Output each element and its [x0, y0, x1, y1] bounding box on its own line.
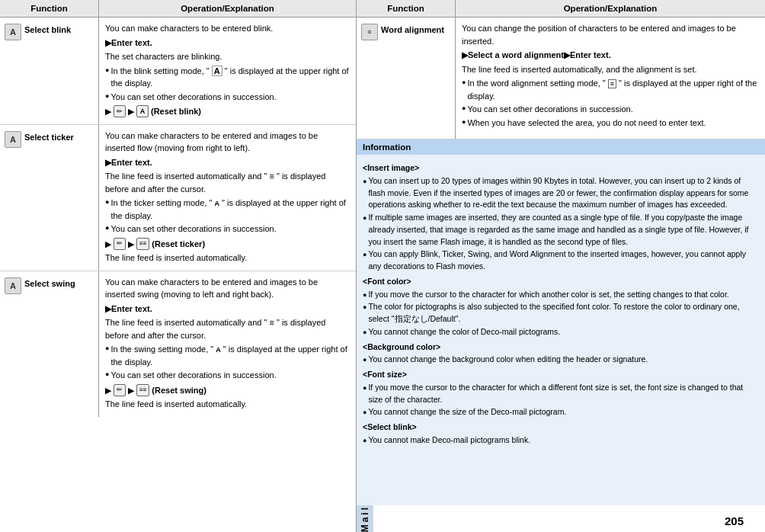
section-font-size: <Font size> [363, 369, 759, 381]
info-title: Information [363, 143, 411, 152]
left-panel: Function Operation/Explanation A Select … [0, 0, 357, 532]
section-insert-image: <Insert image> [363, 162, 759, 175]
section-background-color: <Background color> [363, 341, 759, 354]
blink-intro: You can make characters to be entered bl… [105, 22, 350, 35]
font-size-bullet-2: You cannot change the size of the Deco-m… [363, 406, 759, 418]
wa-step1: ▶Select a word alignment▶Enter text. [462, 49, 759, 62]
insert-image-bullet-3: You can apply Blink, Ticker, Swing, and … [363, 248, 759, 273]
row-word-alignment: ≡ Word alignment You can change the posi… [357, 18, 765, 139]
font-size-bullet-1: If you move the cursor to the character … [363, 382, 759, 406]
swing-bullet-1: In the swing setting mode, " A " is disp… [105, 343, 350, 368]
section-select-blink: <Select blink> [363, 421, 759, 434]
swing-bullet-2: You can set other decorations in success… [105, 369, 350, 382]
info-content: <Insert image> You can insert up to 20 t… [357, 155, 765, 505]
row-select-blink: A Select blink You can make characters t… [0, 18, 356, 125]
row-select-ticker: A Select ticker You can make characters … [0, 125, 356, 271]
ticker-pencil-icon: ✏ [114, 238, 126, 250]
info-box-header: Information [357, 139, 765, 155]
swing-action-note: The line feed is inserted automatically. [105, 398, 350, 411]
cell-function-blink: A Select blink [0, 18, 99, 124]
swing-action-line: ▶ ✏ ▶ ≡≡ (Reset swing) [105, 384, 350, 397]
cell-operation-ticker: You can make characters to be entered an… [99, 125, 356, 271]
right-operation-header: Operation/Explanation [456, 0, 765, 17]
right-content: Function Operation/Explanation ≡ Word al… [357, 0, 765, 505]
ticker-step1: ▶Enter text. [105, 156, 350, 169]
wa-bullet-3: When you have selected the area, you do … [462, 117, 759, 130]
font-color-bullet-2: The color for pictographs is also subjec… [363, 301, 759, 325]
right-table-header: Function Operation/Explanation [357, 0, 765, 18]
font-color-bullet-3: You cannot change the color of Deco-mail… [363, 326, 759, 338]
wa-intro: You can change the position of character… [462, 22, 759, 47]
ticker-reset-icon: ≡≡ [136, 238, 149, 250]
swing-step1-detail: The line feed is inserted automatically … [105, 316, 350, 341]
swing-step1: ▶Enter text. [105, 303, 350, 316]
left-table-body: A Select blink You can make characters t… [0, 18, 356, 532]
swing-icon: A [5, 277, 21, 294]
ticker-action-line: ▶ ✏ ▶ ≡≡ (Reset ticker) [105, 238, 350, 251]
blink-step1-detail: The set characters are blinking. [105, 50, 350, 63]
blink-bullet-2: You can set other decorations in success… [105, 91, 350, 104]
ticker-intro: You can make characters to be entered an… [105, 130, 350, 155]
wa-bullet-1: In the word alignment setting mode, " ≡ … [462, 77, 759, 102]
page-number: 205 [725, 514, 744, 527]
swing-intro: You can make characters to be entered an… [105, 276, 350, 301]
ticker-bullet-1: In the ticker setting mode, " A " is dis… [105, 197, 350, 222]
blink-icon: A [5, 24, 21, 40]
swing-reset-label: (Reset swing) [152, 384, 206, 397]
cell-operation-word-alignment: You can change the position of character… [456, 18, 765, 139]
ticker-label: Select ticker [24, 131, 74, 142]
swing-reset-icon: ≡≡ [136, 384, 149, 396]
left-operation-header: Operation/Explanation [99, 0, 356, 17]
background-color-bullet-1: You cannot change the background color w… [363, 354, 759, 366]
insert-image-bullet-2: If multiple same images are inserted, th… [363, 212, 759, 248]
page-container: Function Operation/Explanation A Select … [0, 0, 765, 532]
cell-operation-swing: You can make characters to be entered an… [99, 271, 356, 417]
side-label-bar: Mail [357, 505, 373, 532]
left-function-header: Function [0, 0, 99, 17]
right-function-header: Function [357, 0, 456, 17]
ticker-bullet-2: You can set other decorations in success… [105, 223, 350, 236]
cell-function-ticker: A Select ticker [0, 125, 99, 271]
left-table-header: Function Operation/Explanation [0, 0, 356, 18]
insert-image-bullet-1: You can insert up to 20 types of images … [363, 175, 759, 211]
swing-pencil-icon: ✏ [114, 384, 126, 396]
row-select-swing: A Select swing You can make characters t… [0, 271, 356, 417]
wa-bullet-2: You can set other decorations in success… [462, 103, 759, 116]
ticker-icon: A [5, 131, 21, 148]
ticker-step1-detail: The line feed is inserted automatically … [105, 170, 350, 195]
blink-reset-icon: A [136, 105, 149, 117]
cell-function-word-alignment: ≡ Word alignment [357, 18, 456, 139]
font-color-bullet-1: If you move the cursor to the character … [363, 289, 759, 301]
word-alignment-label: Word alignment [381, 24, 444, 34]
cell-operation-blink: You can make characters to be entered bl… [99, 18, 356, 124]
cell-function-swing: A Select swing [0, 271, 99, 417]
word-align-icon: ≡ [361, 24, 378, 40]
blink-step1: ▶Enter text. [105, 37, 350, 50]
blink-bullet-1: In the blink setting mode, " A " is disp… [105, 65, 350, 90]
swing-label: Select swing [24, 277, 75, 288]
section-font-color: <Font color> [363, 276, 759, 288]
ticker-action-note: The line feed is inserted automatically. [105, 252, 350, 264]
blink-reset-label: (Reset blink) [151, 105, 201, 118]
select-blink-bullet-1: You cannot make Deco-mail pictograms bli… [363, 434, 759, 447]
blink-action-line: ▶ ✏ ▶ A (Reset blink) [105, 105, 350, 118]
wa-step1-detail: The line feed is inserted automatically,… [462, 63, 759, 76]
side-label-text: Mail [360, 505, 370, 532]
blink-label: Select blink [24, 24, 71, 34]
blink-pencil-icon: ✏ [114, 105, 126, 117]
ticker-reset-label: (Reset ticker) [152, 238, 205, 251]
right-panel: Function Operation/Explanation ≡ Word al… [357, 0, 765, 532]
